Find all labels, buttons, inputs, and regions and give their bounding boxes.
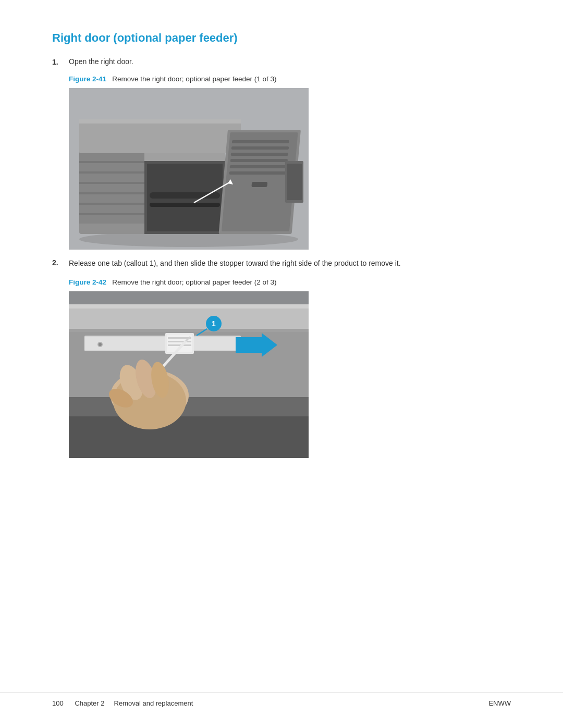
svg-rect-12 bbox=[79, 192, 144, 194]
step-2-number: 2. bbox=[52, 258, 69, 267]
step-2: 2. Release one tab (callout 1), and then… bbox=[52, 258, 511, 458]
svg-rect-7 bbox=[150, 203, 220, 207]
step-1: 1. Open the right door. Figure 2-41 Remo… bbox=[52, 57, 511, 250]
svg-rect-16 bbox=[79, 119, 241, 124]
footer-left: 100 Chapter 2 Removal and replacement bbox=[52, 699, 193, 707]
svg-rect-31 bbox=[69, 304, 309, 333]
section-title: Right door (optional paper feeder) bbox=[52, 31, 511, 45]
svg-rect-24 bbox=[229, 171, 287, 175]
footer-chapter-title: Removal and replacement bbox=[114, 699, 193, 707]
footer-chapter-label: Chapter 2 bbox=[75, 699, 104, 707]
svg-rect-42 bbox=[168, 341, 191, 342]
figure-2-41-label: Figure 2-41 bbox=[69, 75, 106, 83]
footer-right-text: ENWW bbox=[488, 699, 511, 707]
step-1-number: 1. bbox=[52, 57, 69, 66]
figure-2-42-caption-text: Remove the right door; optional paper fe… bbox=[112, 278, 276, 286]
svg-rect-32 bbox=[69, 304, 309, 309]
step-2-text: Release one tab (callout 1), and then sl… bbox=[69, 258, 511, 269]
svg-rect-33 bbox=[69, 329, 309, 332]
svg-text:1: 1 bbox=[212, 319, 216, 328]
page-footer: 100 Chapter 2 Removal and replacement EN… bbox=[0, 693, 563, 707]
figure-2-41-caption-text: Remove the right door; optional paper fe… bbox=[112, 75, 276, 83]
svg-rect-13 bbox=[79, 203, 144, 205]
step-1-text: Open the right door. bbox=[69, 57, 133, 66]
svg-rect-11 bbox=[79, 182, 144, 184]
svg-rect-20 bbox=[231, 146, 289, 150]
svg-rect-9 bbox=[79, 161, 144, 163]
footer-page-number: 100 bbox=[52, 699, 64, 707]
svg-rect-35 bbox=[69, 416, 309, 458]
figure-2-42-image: 1 bbox=[69, 291, 511, 458]
svg-rect-29 bbox=[287, 164, 302, 200]
figure-2-41-image bbox=[69, 88, 511, 250]
svg-rect-22 bbox=[230, 159, 288, 162]
svg-point-53 bbox=[99, 343, 102, 346]
svg-rect-10 bbox=[79, 171, 144, 174]
svg-rect-19 bbox=[232, 140, 290, 143]
figure-2-42-label: Figure 2-42 bbox=[69, 278, 106, 286]
svg-rect-43 bbox=[168, 344, 191, 346]
svg-rect-14 bbox=[79, 213, 144, 215]
svg-rect-23 bbox=[230, 165, 288, 168]
svg-rect-15 bbox=[79, 119, 241, 153]
svg-rect-38 bbox=[84, 337, 241, 350]
figure-2-42-caption: Figure 2-42 Remove the right door; optio… bbox=[69, 278, 511, 286]
svg-rect-25 bbox=[251, 182, 267, 187]
figure-2-41-caption: Figure 2-41 Remove the right door; optio… bbox=[69, 75, 511, 83]
svg-rect-21 bbox=[231, 153, 289, 156]
